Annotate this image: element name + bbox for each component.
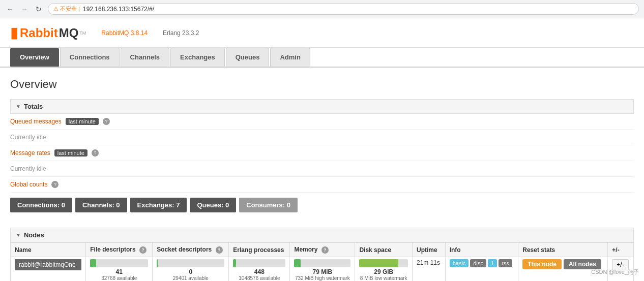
erlang-value: 448 bbox=[254, 268, 265, 275]
nodes-table: Name File descriptors ? Socket descripto… bbox=[10, 242, 634, 281]
memory-sub: 732 MiB high watermark bbox=[295, 275, 350, 281]
col-file-desc: File descriptors ? bbox=[86, 243, 153, 257]
idle-text-2: Currently idle bbox=[10, 165, 46, 172]
badge-disc[interactable]: disc bbox=[470, 259, 486, 267]
info-badges: basic disc 1 rss bbox=[450, 259, 514, 267]
message-rates-row: Message rates last minute ? bbox=[10, 145, 634, 161]
logo: ▮ RabbitMQTM bbox=[10, 24, 86, 41]
memory-value: 79 MiB bbox=[313, 268, 333, 275]
disk-bar bbox=[359, 259, 398, 267]
file-desc-help[interactable]: ? bbox=[139, 246, 147, 254]
queued-messages-row: Queued messages last minute ? bbox=[10, 114, 634, 130]
disk-progress: 29 GiB 8 MiB low watermark bbox=[359, 259, 408, 281]
memory-bar-wrap bbox=[294, 259, 350, 267]
global-help-icon[interactable]: ? bbox=[51, 181, 58, 188]
queued-help-icon[interactable]: ? bbox=[103, 118, 110, 125]
exchanges-count-btn[interactable]: Exchanges: 7 bbox=[130, 198, 187, 212]
all-nodes-btn[interactable]: All nodes bbox=[564, 259, 601, 269]
tab-connections[interactable]: Connections bbox=[60, 48, 120, 67]
tab-channels[interactable]: Channels bbox=[121, 48, 170, 67]
socket-desc-progress: 0 29401 available bbox=[157, 259, 224, 281]
node-name-cell: rabbit@rabbitmqOne bbox=[11, 257, 86, 282]
last-minute-badge-2[interactable]: last minute bbox=[54, 149, 87, 157]
col-socket-desc: Socket descriptors ? bbox=[153, 243, 229, 257]
socket-desc-sub: 29401 available bbox=[173, 275, 209, 281]
file-desc-progress: 41 32768 available bbox=[90, 259, 148, 281]
col-reset: Reset stats bbox=[518, 243, 608, 257]
url-text: 192.168.236.133:15672/#/ bbox=[83, 6, 154, 13]
nodes-arrow: ▼ bbox=[16, 232, 21, 238]
app-header: ▮ RabbitMQTM RabbitMQ 3.8.14 Erlang 23.3… bbox=[0, 18, 644, 48]
idle-text-1: Currently idle bbox=[10, 134, 46, 141]
socket-desc-cell: 0 29401 available bbox=[153, 257, 229, 282]
col-uptime: Uptime bbox=[413, 243, 446, 257]
tab-admin[interactable]: Admin bbox=[270, 48, 310, 67]
channels-count-btn[interactable]: Channels: 0 bbox=[75, 198, 127, 212]
erlang-progress: 448 1048576 available bbox=[233, 259, 285, 281]
file-desc-bar bbox=[90, 259, 96, 267]
badge-num[interactable]: 1 bbox=[488, 259, 497, 267]
erlang-cell: 448 1048576 available bbox=[229, 257, 290, 282]
disk-value: 29 GiB bbox=[374, 268, 393, 275]
erlang-bar bbox=[233, 259, 236, 267]
page-content: Overview ▼ Totals Queued messages last m… bbox=[0, 68, 644, 281]
uptime-value: 21m 11s bbox=[417, 259, 440, 266]
this-node-btn[interactable]: This node bbox=[522, 259, 562, 269]
connections-count-btn[interactable]: Connections: 0 bbox=[10, 198, 72, 212]
reload-button[interactable]: ↻ bbox=[34, 4, 44, 14]
message-rates-label: Message rates bbox=[10, 149, 50, 157]
last-minute-badge[interactable]: last minute bbox=[66, 118, 99, 125]
security-warning: ⚠ 不安全 | bbox=[53, 5, 80, 13]
global-counts-label: Global counts bbox=[10, 181, 47, 188]
node-name[interactable]: rabbit@rabbitmqOne bbox=[15, 259, 81, 270]
erlang-version: Erlang 23.3.2 bbox=[163, 29, 199, 37]
col-disk: Disk space bbox=[355, 243, 413, 257]
rates-help-icon[interactable]: ? bbox=[92, 149, 99, 157]
uptime-cell: 21m 11s bbox=[413, 257, 446, 282]
memory-cell: 79 MiB 732 MiB high watermark bbox=[290, 257, 355, 282]
global-counts-row: Global counts ? bbox=[10, 177, 634, 193]
address-bar[interactable]: ⚠ 不安全 | 192.168.236.133:15672/#/ bbox=[48, 3, 639, 15]
memory-progress: 79 MiB 732 MiB high watermark bbox=[294, 259, 350, 281]
totals-section-header[interactable]: ▼ Totals bbox=[10, 99, 634, 114]
memory-help[interactable]: ? bbox=[321, 246, 329, 254]
socket-desc-help[interactable]: ? bbox=[216, 246, 223, 254]
socket-desc-bar-wrap bbox=[157, 259, 224, 267]
col-erlang: Erlang processes bbox=[229, 243, 290, 257]
nav-bar: Overview Connections Channels Exchanges … bbox=[0, 48, 644, 68]
idle-row-1: Currently idle bbox=[10, 130, 634, 145]
logo-tm: TM bbox=[79, 30, 86, 36]
count-buttons: Connections: 0 Channels: 0 Exchanges: 7 … bbox=[10, 193, 634, 217]
queued-messages-label: Queued messages bbox=[10, 118, 62, 125]
queues-count-btn[interactable]: Queues: 0 bbox=[190, 198, 236, 212]
col-name: Name bbox=[11, 243, 86, 257]
memory-bar bbox=[294, 259, 300, 267]
tab-exchanges[interactable]: Exchanges bbox=[170, 48, 225, 67]
file-desc-sub: 32768 available bbox=[101, 275, 137, 281]
forward-button[interactable]: → bbox=[19, 4, 30, 14]
table-row: rabbit@rabbitmqOne 41 32768 available bbox=[11, 257, 634, 282]
back-button[interactable]: ← bbox=[5, 4, 15, 14]
totals-label: Totals bbox=[24, 103, 43, 110]
badge-rss[interactable]: rss bbox=[499, 259, 512, 267]
tab-queues[interactable]: Queues bbox=[226, 48, 270, 67]
disk-cell: 29 GiB 8 MiB low watermark bbox=[355, 257, 413, 282]
file-desc-value: 41 bbox=[116, 268, 123, 275]
file-desc-cell: 41 32768 available bbox=[86, 257, 153, 282]
socket-desc-value: 0 bbox=[189, 268, 192, 275]
socket-desc-bar bbox=[157, 259, 157, 267]
rabbitmq-version: RabbitMQ 3.8.14 bbox=[101, 29, 148, 37]
col-memory: Memory ? bbox=[290, 243, 355, 257]
logo-mq: MQ bbox=[59, 26, 79, 40]
file-desc-bar-wrap bbox=[90, 259, 148, 267]
totals-arrow: ▼ bbox=[16, 104, 21, 109]
totals-section: ▼ Totals Queued messages last minute ? C… bbox=[10, 99, 634, 217]
nodes-section-header[interactable]: ▼ Nodes bbox=[10, 228, 634, 242]
browser-bar: ← → ↻ ⚠ 不安全 | 192.168.236.133:15672/#/ bbox=[0, 0, 644, 18]
tab-overview[interactable]: Overview bbox=[10, 48, 59, 67]
consumers-count-btn[interactable]: Consumers: 0 bbox=[239, 198, 298, 212]
col-plusminus: +/- bbox=[608, 243, 634, 257]
page-title: Overview bbox=[10, 78, 634, 91]
col-info: Info bbox=[445, 243, 518, 257]
badge-basic[interactable]: basic bbox=[450, 259, 469, 267]
